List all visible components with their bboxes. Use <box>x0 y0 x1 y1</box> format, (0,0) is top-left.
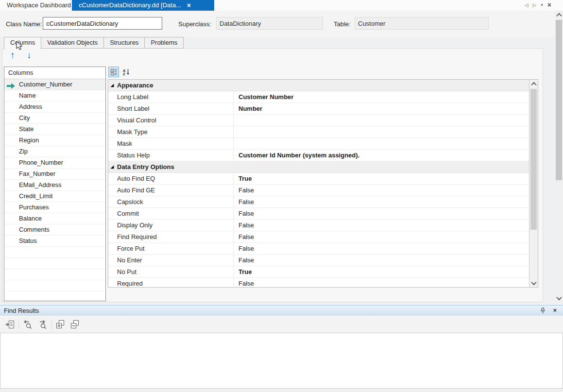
column-item-zip[interactable]: Zip <box>4 146 105 157</box>
column-item-purchases[interactable]: Purchases <box>4 202 105 213</box>
column-empty-row[interactable] <box>4 280 105 291</box>
category-collapse-icon[interactable]: ◢ <box>111 83 117 87</box>
property-value-commit[interactable]: False <box>234 208 529 219</box>
column-item-name[interactable]: Name <box>4 90 105 102</box>
property-value-auto-find-eq[interactable]: True <box>234 173 529 184</box>
collapse-all-button[interactable] <box>69 319 81 330</box>
categorized-view-button[interactable] <box>108 67 119 77</box>
expand-all-button[interactable] <box>54 319 66 330</box>
main-scroll-down-icon[interactable] <box>555 294 563 302</box>
find-results-close-icon[interactable]: × <box>553 307 557 314</box>
tab-problems[interactable]: Problems <box>144 37 184 49</box>
move-column-down-button[interactable]: ↓ <box>23 50 35 63</box>
category-appearance[interactable]: ◢Appearance <box>108 80 529 91</box>
property-row-force-put[interactable]: Force PutFalse <box>108 243 529 255</box>
property-row-visual-control[interactable]: Visual Control <box>108 115 529 126</box>
property-row-mask-type[interactable]: Mask Type <box>108 126 529 138</box>
tab-customer-data-dictionary[interactable]: cCustomerDataDictionary.dd [Data... × <box>72 0 214 11</box>
property-row-status-help[interactable]: Status HelpCustomer Id Number (system as… <box>108 150 529 161</box>
find-results-header[interactable]: Find Results × <box>0 305 563 316</box>
property-row-no-put[interactable]: No PutTrue <box>108 266 529 278</box>
property-row-capslock[interactable]: CapslockFalse <box>108 196 529 208</box>
column-item-phone_number[interactable]: Phone_Number <box>4 157 105 169</box>
next-result-button[interactable] <box>36 319 48 330</box>
property-row-find-required[interactable]: Find RequiredFalse <box>108 231 529 243</box>
toolbar-separator <box>18 320 19 329</box>
property-value-status-help[interactable]: Customer Id Number (system assigned). <box>234 150 529 161</box>
superclass-label: Superclass: <box>178 20 211 28</box>
scrollbar-thumb[interactable] <box>530 89 537 230</box>
property-grid-scrollbar[interactable] <box>529 80 538 287</box>
property-row-display-only[interactable]: Display OnlyFalse <box>108 220 529 231</box>
category-collapse-icon[interactable]: ◢ <box>111 165 117 169</box>
column-item-region[interactable]: Region <box>4 135 105 146</box>
tab-structures[interactable]: Structures <box>103 37 145 49</box>
property-value-no-enter[interactable]: False <box>234 255 529 266</box>
tab-workspace-dashboard[interactable]: Workspace Dashboard <box>0 0 78 11</box>
property-row-auto-find-ge[interactable]: Auto Find GEFalse <box>108 185 529 196</box>
property-row-commit[interactable]: CommitFalse <box>108 208 529 220</box>
column-item-status[interactable]: Status <box>4 236 105 247</box>
column-item-comments[interactable]: Comments <box>4 224 105 236</box>
property-value-no-put[interactable]: True <box>234 266 529 277</box>
property-value-visual-control[interactable] <box>234 115 529 126</box>
mouse-cursor <box>16 41 23 51</box>
property-value-auto-find-ge[interactable]: False <box>234 185 529 196</box>
column-item-label: Credit_Limit <box>19 192 52 200</box>
property-row-no-enter[interactable]: No EnterFalse <box>108 255 529 266</box>
property-value-long-label[interactable]: Customer Number <box>234 91 529 102</box>
column-empty-row[interactable] <box>4 291 105 301</box>
previous-result-button[interactable] <box>21 319 33 330</box>
property-value-short-label[interactable]: Number <box>234 103 529 114</box>
property-row-short-label[interactable]: Short LabelNumber <box>108 103 529 115</box>
main-scroll-up-icon[interactable] <box>555 11 563 19</box>
property-row-auto-find-eq[interactable]: Auto Find EQTrue <box>108 173 529 185</box>
property-value-required[interactable]: False <box>234 278 529 288</box>
property-value-find-required[interactable]: False <box>234 231 529 242</box>
property-value-display-only[interactable]: False <box>234 220 529 231</box>
column-empty-row[interactable] <box>4 247 105 258</box>
table-label: Table: <box>334 20 351 28</box>
scroll-down-icon[interactable] <box>529 279 538 287</box>
column-item-email_address[interactable]: EMail_Address <box>4 180 105 191</box>
column-item-city[interactable]: City <box>4 113 105 124</box>
column-item-balance[interactable]: Balance <box>4 213 105 224</box>
find-results-content[interactable] <box>0 333 563 389</box>
property-value-capslock[interactable]: False <box>234 196 529 207</box>
tab-close-icon[interactable]: × <box>187 0 191 11</box>
tab-list-dropdown-icon[interactable]: ▾ <box>541 2 543 7</box>
column-item-address[interactable]: Address <box>4 102 105 113</box>
main-scrollbar[interactable] <box>555 11 563 302</box>
column-item-label: Phone_Number <box>19 159 63 166</box>
category-data-entry-options[interactable]: ◢Data Entry Options <box>108 161 529 173</box>
column-empty-row[interactable] <box>4 269 105 280</box>
column-item-label: Customer_Number <box>19 81 72 88</box>
property-label: Status Help <box>108 150 234 161</box>
main-scrollbar-thumb[interactable] <box>556 20 562 180</box>
column-item-fax_number[interactable]: Fax_Number <box>4 169 105 180</box>
alphabetical-sort-button[interactable]: A Z <box>121 67 132 77</box>
column-item-label: Region <box>19 136 39 144</box>
goto-source-button[interactable] <box>4 319 16 330</box>
nav-back-icon[interactable]: ◁ <box>525 2 529 8</box>
find-results-toolbar <box>0 316 563 333</box>
scroll-up-icon[interactable] <box>529 80 538 88</box>
document-close-icon[interactable]: × <box>547 1 551 9</box>
tab-validation-objects[interactable]: Validation Objects <box>41 37 104 49</box>
property-row-required[interactable]: RequiredFalse <box>108 278 529 288</box>
move-column-up-button[interactable]: ↑ <box>7 50 18 63</box>
property-row-long-label[interactable]: Long LabelCustomer Number <box>108 91 529 103</box>
property-row-mask[interactable]: Mask <box>108 138 529 150</box>
property-label: Auto Find EQ <box>108 173 234 184</box>
property-label: No Put <box>108 266 234 277</box>
property-value-mask-type[interactable] <box>234 126 529 137</box>
column-item-customer_number[interactable]: Customer_Number <box>4 79 105 90</box>
nav-forward-icon[interactable]: ▷ <box>533 2 537 8</box>
class-name-input[interactable] <box>43 17 162 30</box>
property-value-force-put[interactable]: False <box>234 243 529 254</box>
property-value-mask[interactable] <box>234 138 529 149</box>
column-item-state[interactable]: State <box>4 124 105 135</box>
column-empty-row[interactable] <box>4 258 105 269</box>
pin-icon[interactable] <box>540 307 546 315</box>
column-item-credit_limit[interactable]: Credit_Limit <box>4 191 105 202</box>
